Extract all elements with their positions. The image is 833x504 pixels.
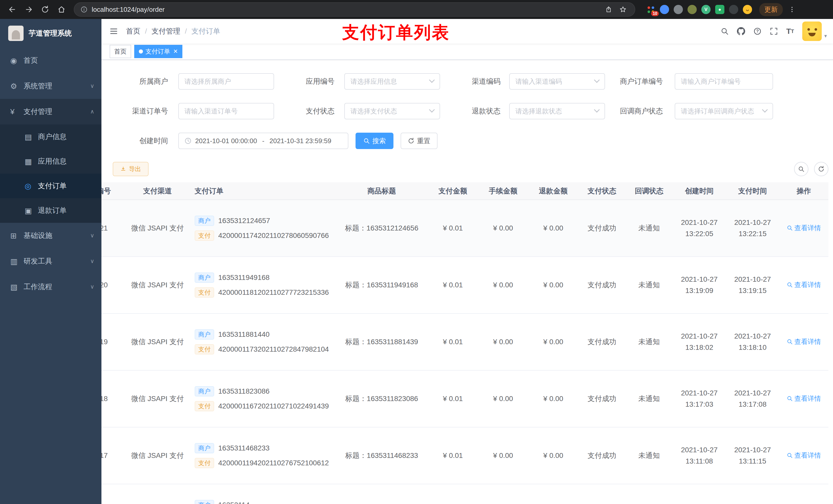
create-time-range-input[interactable]: 2021-10-01 00:00:00 - 2021-10-31 23:59:5… <box>178 133 348 149</box>
table-header-row: 编号 支付渠道 支付订单 商品标题 支付金额 手续金额 退款金额 支付状态 回调… <box>101 182 828 200</box>
cell-id: 20 <box>101 257 125 313</box>
sidebar-item-system[interactable]: ⚙ 系统管理 ∨ <box>0 73 101 99</box>
cell-fee: ¥ 0.00 <box>478 200 528 257</box>
cell-status: 支付成功 <box>578 257 625 313</box>
col-fee: 手续金额 <box>478 182 528 200</box>
sidebar-item-app-info[interactable]: ▦ 应用信息 <box>0 149 101 174</box>
toggle-search-button[interactable] <box>794 162 808 176</box>
chevron-down-icon <box>429 107 435 113</box>
chevron-down-icon <box>429 77 435 83</box>
cell-created: 2021-10-2713:11:08 <box>673 427 726 484</box>
cell-actions: 查看详情 <box>779 257 828 313</box>
cell-channel: 微信 JSAPI 支付 <box>125 200 190 257</box>
sidebar-item-refund-order[interactable]: ▣ 退款订单 <box>0 198 101 223</box>
sidebar-item-pay-order[interactable]: ◎ 支付订单 <box>0 174 101 198</box>
cell-amount: ¥ 0.01 <box>428 313 478 370</box>
cell-status <box>578 484 625 504</box>
merchant-order-no: 1635311949168 <box>218 273 269 282</box>
export-button[interactable]: 导出 <box>113 162 148 176</box>
view-detail-link[interactable]: 查看详情 <box>787 394 821 403</box>
col-status: 支付状态 <box>578 182 625 200</box>
active-dot <box>139 49 143 53</box>
cell-refund: ¥ 0.00 <box>528 200 578 257</box>
blue-extension-icon[interactable] <box>660 5 669 14</box>
hamburger-icon[interactable] <box>101 27 126 36</box>
fullscreen-icon[interactable] <box>766 27 782 35</box>
address-bar[interactable]: localhost:1024/pay/order <box>74 2 635 17</box>
cell-channel <box>125 484 190 504</box>
chevron-down-icon: ∨ <box>90 83 94 89</box>
bookmark-star-icon[interactable] <box>617 4 628 15</box>
reload-button[interactable] <box>38 2 52 17</box>
cell-id: 17 <box>101 427 125 484</box>
sidebar-item-dev-tools[interactable]: ▥ 研发工具 ∨ <box>0 248 101 274</box>
col-id: 编号 <box>101 182 125 200</box>
view-detail-link[interactable]: 查看详情 <box>787 223 821 233</box>
sidebar-item-payment[interactable]: ¥ 支付管理 ∧ <box>0 99 101 124</box>
cell-status: 支付成功 <box>578 200 625 257</box>
monitor-icon: ⊞ <box>10 231 24 240</box>
cell-title: 标题：1635311468233 <box>336 427 428 484</box>
vue-devtools-extension-icon[interactable]: V <box>701 5 711 14</box>
cell-refund: ¥ 0.00 <box>528 313 578 370</box>
pay-order-no: 4200001174202110278060590766 <box>218 232 329 240</box>
notify-status-filter-label: 回调商户状态 <box>591 103 663 119</box>
chevron-up-icon: ∧ <box>90 108 94 115</box>
close-icon[interactable]: ✕ <box>173 48 178 55</box>
table-row: 21 微信 JSAPI 支付 商户1635312124657 支付4200001… <box>101 200 828 257</box>
merchant-order-no-filter-label: 商户订单编号 <box>591 73 663 90</box>
url-text: localhost:1024/pay/order <box>92 6 600 14</box>
green-chat-extension-icon[interactable]: ● <box>715 5 724 14</box>
search-button[interactable]: 搜索 <box>356 133 394 149</box>
github-icon[interactable] <box>733 27 749 35</box>
sidebar-item-workflow[interactable]: ▧ 工作流程 ∨ <box>0 274 101 299</box>
pay-status-filter-select[interactable]: 请选择支付状态 <box>344 103 440 119</box>
back-button[interactable] <box>5 2 20 17</box>
dark-extension-icon[interactable] <box>729 5 738 14</box>
emoji-extension-icon[interactable]: ᴗ <box>743 5 752 14</box>
cell-actions: 查看详情 <box>779 427 828 484</box>
table-row: 20 微信 JSAPI 支付 商户1635311949168 支付4200001… <box>101 257 828 313</box>
view-detail-link[interactable]: 查看详情 <box>787 281 821 289</box>
cell-paid: 2021-10-2713:18:10 <box>726 313 779 370</box>
merchant-order-no-filter-input[interactable]: 请输入商户订单编号 <box>675 73 773 90</box>
browser-menu-icon[interactable] <box>785 2 799 17</box>
view-detail-link[interactable]: 查看详情 <box>787 337 821 346</box>
page-title-annotation: 支付订单列表 <box>342 21 450 44</box>
channel-order-no-filter-input[interactable]: 请输入渠道订单号 <box>178 103 274 119</box>
cell-pay-order: 商户1635311949168 支付4200001181202110277723… <box>190 257 336 313</box>
refresh-table-button[interactable] <box>814 162 828 176</box>
app-id-filter-select[interactable]: 请选择应用信息 <box>344 73 440 90</box>
cell-pay-order: 商户1635311468233 支付4200001194202110276752… <box>190 427 336 484</box>
browser-update-button[interactable]: 更新 <box>759 3 783 16</box>
breadcrumb-home[interactable]: 首页 <box>126 26 140 36</box>
tab-home[interactable]: 首页 <box>110 45 131 58</box>
forward-button[interactable] <box>22 2 36 17</box>
site-info-icon[interactable] <box>80 6 88 13</box>
olive-extension-icon[interactable] <box>688 5 697 14</box>
tab-pay-order[interactable]: 支付订单 ✕ <box>134 45 182 58</box>
share-icon[interactable] <box>603 4 614 15</box>
search-icon[interactable] <box>716 27 733 35</box>
reset-button[interactable]: 重置 <box>401 133 437 149</box>
sidebar-item-infrastructure[interactable]: ⊞ 基础设施 ∨ <box>0 223 101 248</box>
tools-icon: ▥ <box>10 257 24 266</box>
cell-fee: ¥ 0.00 <box>478 313 528 370</box>
breadcrumb-payment[interactable]: 支付管理 <box>152 26 180 36</box>
notify-status-filter-select[interactable]: 请选择订单回调商户状态 <box>675 103 773 119</box>
tab-manager-extension-icon[interactable]: 10 <box>646 5 655 14</box>
sidebar-item-home[interactable]: ◉ 首页 <box>0 48 101 73</box>
col-notify: 回调状态 <box>625 182 673 200</box>
view-detail-link[interactable]: 查看详情 <box>787 451 821 460</box>
sidebar-item-merchant-info[interactable]: ▤ 商户信息 <box>0 124 101 149</box>
grey-extension-icon[interactable] <box>674 5 683 14</box>
home-button[interactable] <box>54 2 69 17</box>
cell-title: 标题：1635311949168 <box>336 257 428 313</box>
merchant-order-no: 1635311881440 <box>218 330 269 339</box>
cell-created: 2021-10-2713:17:03 <box>673 370 726 427</box>
font-size-icon[interactable]: TT <box>782 27 798 35</box>
avatar-caret-icon[interactable]: ▾ <box>824 33 827 39</box>
user-avatar[interactable] <box>802 22 822 41</box>
help-icon[interactable]: ? <box>749 27 766 35</box>
merchant-filter-input[interactable]: 请选择所属商户 <box>178 73 274 90</box>
